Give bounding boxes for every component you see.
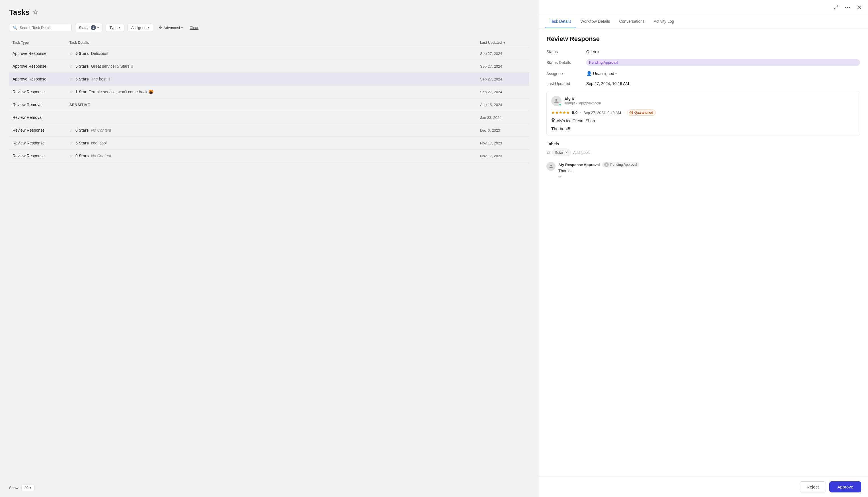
tab-task-details[interactable]: Task Details [545,15,576,28]
detail-content: Review Response Status Open ▾ Status Det… [538,28,868,477]
star-outline-icon: ☆ [69,89,73,94]
col-task-details: Task Details [69,41,480,45]
stars-label: 0 Stars [75,154,89,158]
svg-point-0 [845,7,846,8]
title-star-icon[interactable]: ☆ [32,9,38,16]
task-details-cell: ☆1 StarTerrible service, won't come back… [69,89,480,94]
tab-workflow-details[interactable]: Workflow Details [576,15,615,28]
responder-name: Aly Response Approval [559,162,600,167]
task-details-cell: SENSITIVE [69,103,480,107]
table-row[interactable]: Approve Response☆5 StarsDelicious!Sep 27… [9,47,529,60]
star-outline-icon: ☆ [69,128,73,132]
expand-button[interactable] [833,4,840,11]
table-row[interactable]: Approve Response☆5 StarsGreat service! 5… [9,60,529,73]
table-row[interactable]: Review Response☆0 StarsNo ContentNov 17,… [9,150,529,162]
stars-label: 5 Stars [75,141,89,145]
table-row[interactable]: Review RemovalJan 23, 2024 [9,111,529,124]
assignee-dropdown[interactable]: 👤 Unassigned ▾ [586,71,860,76]
status-details-badge: Pending Approval [586,59,860,66]
type-filter-button[interactable]: Type ▾ [106,24,124,32]
search-input[interactable] [19,26,68,30]
assignee-filter-button[interactable]: Assignee ▾ [127,24,153,32]
toolbar: 🔍 Status 1 ▾ Type ▾ Assignee ▾ ⚙ Advance… [9,23,529,32]
assignee-row: Assignee 👤 Unassigned ▾ [547,71,860,76]
avatar [551,96,562,106]
table-header: Task Type Task Details Last Updated ▼ [9,38,529,47]
response-section: Aly Response Approval Pending Approval T… [547,162,860,180]
location-icon [551,118,555,124]
advanced-filter-button[interactable]: ⚙ Advanced ▾ [156,24,185,31]
table-row[interactable]: Review RemovalSENSITIVEAug 15, 2024 [9,98,529,111]
table-row[interactable]: Review Response☆5 Starscool coolNov 17, … [9,137,529,150]
status-filter-button[interactable]: Status 1 ▾ [75,23,102,32]
type-filter-label: Type [110,26,118,30]
person-icon: 👤 [586,71,592,76]
task-details-cell: ☆5 StarsGreat service! 5 Stars!!! [69,64,480,69]
last-updated-cell: Aug 15, 2024 [480,103,526,107]
quarantined-badge: Quarantined [627,110,656,116]
stars-label: 5 Stars [75,64,89,69]
reviewer-text: Aly K. akruglak+api@yext.com [564,97,601,105]
svg-point-1 [847,7,849,8]
col-last-updated: Last Updated ▼ [480,41,526,45]
task-table: Task Type Task Details Last Updated ▼ Ap… [9,38,529,480]
approve-button[interactable]: Approve [829,481,861,493]
task-type-cell: Review Response [13,154,69,158]
labels-section: Labels 🏷 5star ✕ Add labels [547,142,860,156]
tabs-bar: Task Details Workflow Details Conversati… [538,15,868,28]
table-row[interactable]: Review Response☆1 StarTerrible service, … [9,86,529,98]
stars-label: 0 Stars [75,128,89,132]
assignee-filter-label: Assignee [131,26,146,30]
task-type-cell: Review Response [13,141,69,145]
show-bar: Show 20 ▾ [9,480,529,491]
task-content: No Content [91,128,111,132]
task-details-cell: ☆0 StarsNo Content [69,128,480,132]
more-options-button[interactable] [844,6,852,9]
last-updated-cell: Dec 6, 2023 [480,128,526,132]
add-labels-button[interactable]: Add labels [573,151,591,155]
task-content: cool cool [91,141,107,145]
show-label: Show [9,486,18,490]
clear-button[interactable]: Clear [189,24,199,31]
status-dropdown[interactable]: Open ▾ [586,49,860,54]
review-card: Aly K. akruglak+api@yext.com ★★★★★ 5.0 ·… [547,91,860,136]
search-box[interactable]: 🔍 [9,24,72,32]
tab-activity-log[interactable]: Activity Log [649,15,679,28]
search-icon: 🔍 [13,26,17,30]
label-tag-5star: 5star ✕ [552,149,571,156]
reviewer-info: Aly K. akruglak+api@yext.com [551,96,855,106]
label-remove-button[interactable]: ✕ [565,151,568,154]
pending-label: Pending Approval [610,162,637,167]
detail-title: Review Response [547,35,860,43]
status-row: Status Open ▾ [547,49,860,54]
tab-conversations[interactable]: Conversations [615,15,649,28]
table-row[interactable]: Approve Response☆5 StarsThe best!!!Sep 2… [9,73,529,86]
advanced-filter-label: Advanced [164,26,180,30]
chevron-down-icon: ▾ [181,26,183,29]
task-content: Delicious! [91,51,108,56]
stars-icon: ★★★★★ [551,110,570,115]
chevron-down-icon: ▾ [598,50,599,54]
pending-avatar [604,162,609,167]
task-content: Great service! 5 Stars!!! [91,64,133,69]
sort-arrow-icon: ▼ [503,41,506,44]
table-row[interactable]: Review Response☆0 StarsNo ContentDec 6, … [9,124,529,137]
svg-point-2 [849,7,850,8]
assignee-label: Assignee [547,71,586,76]
task-type-cell: Approve Response [13,77,69,81]
response-row: Aly Response Approval Pending Approval T… [547,162,860,180]
last-updated-cell: Sep 27, 2024 [480,64,526,69]
task-type-cell: Approve Response [13,64,69,69]
labels-row: 🏷 5star ✕ Add labels [547,149,860,156]
stars-label: 5 Stars [75,77,89,81]
edit-icon[interactable]: ✏ [559,174,562,179]
task-type-cell: Approve Response [13,51,69,56]
location-row: Aly's Ice Cream Shop [551,118,855,124]
review-text: The best!!! [551,126,855,131]
close-button[interactable] [856,4,862,11]
last-updated-cell: Sep 27, 2024 [480,52,526,56]
reject-button[interactable]: Reject [800,481,826,493]
show-select[interactable]: 20 ▾ [21,484,35,491]
star-outline-icon: ☆ [69,51,73,56]
response-info: Aly Response Approval Pending Approval T… [559,162,860,180]
